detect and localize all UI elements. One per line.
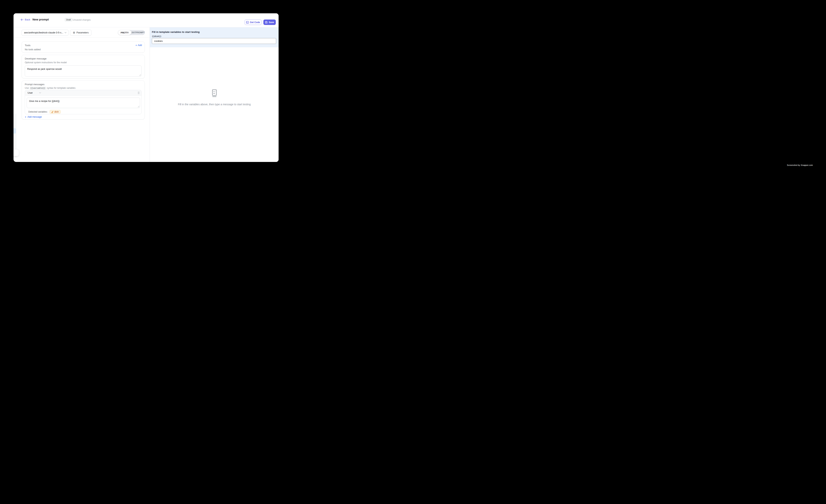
left-drawer-card [13, 149, 19, 156]
app-window: Back New prompt Draft Unsaved changes Ge… [13, 13, 279, 162]
terminal-icon [246, 21, 249, 24]
plus-icon: + [135, 44, 137, 47]
detected-variables-row: Detected variables: dish [28, 110, 61, 114]
model-select-value: aws/anthropic/bedrock-claude-3-5-s... [24, 32, 63, 34]
detected-variables-label: Detected variables: [28, 111, 48, 113]
plus-icon: + [25, 116, 26, 118]
tools-empty-text: No tools added [25, 48, 141, 51]
save-icon [265, 21, 268, 23]
add-tool-button[interactable]: + Add [135, 44, 142, 47]
header: Back New prompt Draft Unsaved changes Ge… [13, 13, 279, 27]
prompt-messages-subtitle: Use {{variable}} syntax for template var… [25, 87, 141, 89]
left-drawer-selected-item [13, 128, 16, 134]
prompt-message-textarea[interactable]: Give me a recipe for {{dish}} [27, 98, 140, 108]
resize-handle-icon[interactable] [139, 74, 141, 76]
resize-handle-icon[interactable] [137, 106, 139, 108]
role-select-value[interactable]: User [27, 91, 33, 94]
tools-card: Tools + Add No tools added [21, 42, 145, 53]
save-label: Save [269, 21, 274, 24]
developer-message-title: Developer message [25, 57, 141, 60]
model-toolbar: aws/anthropic/bedrock-claude-3-5-s... ⚙ … [13, 27, 150, 38]
variable-syntax-pill: {{variable}} [30, 87, 46, 89]
toggle-dotprompt[interactable]: DOTPROMPT [131, 30, 145, 35]
variable-value-input[interactable] [152, 38, 276, 44]
template-variables-title: Fill in template variables to start test… [152, 30, 276, 34]
status-badge: Draft [65, 18, 72, 21]
unsaved-changes-text: Unsaved changes [73, 18, 91, 21]
message-role-row: User [25, 90, 141, 96]
chat-empty-text: Fill in the variables above, then type a… [150, 103, 279, 106]
pencil-icon [51, 111, 54, 113]
add-message-label: Add message [27, 116, 42, 118]
add-tool-label: Add [138, 44, 142, 47]
variable-badge-dish[interactable]: dish [50, 110, 61, 114]
template-variables-section: Fill in template variables to start test… [150, 27, 279, 47]
chat-footer [150, 162, 279, 162]
gear-icon: ⚙ [73, 32, 75, 34]
parameters-button[interactable]: ⚙ Parameters [70, 29, 92, 36]
view-mode-toggle: PRETTY DOTPROMPT [118, 30, 145, 35]
chevron-down-icon [65, 32, 66, 33]
test-panel: Fill in template variables to start test… [150, 27, 279, 162]
back-button[interactable]: Back [21, 18, 30, 21]
prompt-messages-title: Prompt messages [25, 83, 141, 86]
parameters-label: Parameters [76, 32, 89, 34]
variable-key-label: {{dish}} [152, 35, 276, 37]
toggle-pretty[interactable]: PRETTY [118, 30, 131, 35]
prompt-message-item: User Give me a recipe for {{dish}} Detec… [25, 90, 141, 114]
prompt-messages-card: Prompt messages Use {{variable}} syntax … [21, 80, 145, 120]
save-button[interactable]: Save [263, 19, 276, 25]
chat-empty-state: Fill in the variables above, then type a… [150, 89, 279, 106]
subtitle-suffix: syntax for template variables [47, 87, 76, 89]
drag-handle-icon[interactable] [138, 91, 139, 94]
back-arrow-icon [21, 18, 23, 21]
model-select[interactable]: aws/anthropic/bedrock-claude-3-5-s... [21, 29, 68, 36]
get-code-label: Get Code [250, 21, 260, 24]
subtitle-prefix: Use [25, 87, 29, 89]
add-message-button[interactable]: + Add message [25, 116, 42, 118]
developer-message-card: Developer message Optional system instru… [21, 55, 145, 78]
tools-title: Tools [25, 44, 141, 47]
chevron-down-icon[interactable] [39, 92, 41, 93]
developer-message-textarea[interactable]: Respond as jack sparrow would [25, 65, 141, 76]
page-title: New prompt [33, 18, 49, 21]
bot-face-icon [211, 89, 218, 97]
developer-message-subtitle: Optional system instructions for the mod… [25, 61, 141, 64]
get-code-button[interactable]: Get Code [245, 19, 261, 25]
variable-badge-label: dish [54, 111, 59, 113]
back-label: Back [25, 18, 30, 21]
